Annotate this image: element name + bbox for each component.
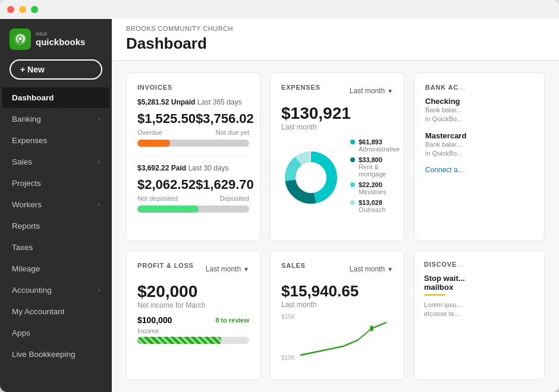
sidebar: intuit quickbooks + New DashboardBanking… [0,19,112,392]
sales-period-label: Last month [281,301,393,309]
sales-header: SALES Last month ▼ [281,262,393,276]
sales-dropdown[interactable]: Last month ▼ [350,265,393,273]
discover-text: Lorem ipsu...etconse te... [424,301,535,319]
profit-loss-dropdown[interactable]: Last month ▼ [206,265,249,273]
invoices-amounts-row: $1,525.50 $3,756.02 [137,111,249,127]
sidebar-item-accounting[interactable]: Accounting› [2,280,109,301]
invoices-unpaid-summary: $5,281.52 Unpaid Last 365 days [137,98,249,106]
sidebar-item-workers[interactable]: Workers› [2,194,109,215]
expenses-header: EXPENSES Last month ▼ [281,84,393,98]
income-progress-bar [137,337,249,344]
income-label: Income [137,327,159,334]
bank-mastercard-detail: Bank balar...in QuickBo... [425,140,533,159]
new-button[interactable]: + New [10,59,102,80]
review-link[interactable]: 8 to review [215,317,249,324]
connect-account-link[interactable]: Connect a... [425,166,533,174]
close-button[interactable] [7,6,14,13]
discover-title: DISCOVE... [424,261,535,268]
overdue-bar [137,140,170,147]
titlebar [0,0,559,19]
income-fill [137,337,221,344]
sidebar-item-apps[interactable]: Apps [2,323,109,343]
invoices-card: INVOICES $5,281.52 Unpaid Last 365 days … [126,72,260,241]
legend-item: $13,028 Outreach [350,199,400,213]
cards-grid: INVOICES $5,281.52 Unpaid Last 365 days … [112,61,559,392]
expenses-dropdown[interactable]: Last month ▼ [350,87,393,95]
sales-card: SALES Last month ▼ $15,940.65 Last month… [270,251,404,380]
bank-checking-name: Checking [425,97,533,106]
bank-checking-detail: Bank balar...in QuickBo... [425,106,533,124]
discover-headline: Stop wait...mailbox [424,274,535,292]
yellow-line [424,294,445,296]
legend-dot [350,140,355,144]
profit-loss-title: PROFIT & LOSS [137,262,194,269]
expenses-body: $61,893 Administrative $33,800 Rent & mo… [281,138,393,217]
expenses-donut [281,148,341,207]
sidebar-logo: intuit quickbooks [0,19,112,57]
invoices-deposited-bar [137,206,249,213]
profit-loss-card: PROFIT & LOSS Last month ▼ $20,000 Net i… [126,251,260,380]
sidebar-item-expenses[interactable]: Expenses [2,130,109,151]
invoices-title: INVOICES [137,84,249,91]
net-income-amount: $20,000 [137,282,249,301]
bank-mastercard-name: Mastercard [425,131,533,140]
svg-point-7 [298,165,324,191]
sidebar-item-my-accountant[interactable]: My Accountant [2,301,109,322]
expenses-title: EXPENSES [281,84,321,91]
discover-card: DISCOVE... Stop wait...mailbox Lorem ips… [414,251,545,380]
not-deposited-bar [137,206,199,213]
expenses-period-label: Last month [281,123,393,131]
invoices-progress-bar [137,140,249,147]
legend-item: $22,200 Ministries [350,181,400,195]
sidebar-item-live-bookkeeping[interactable]: Live Bookkeeping [2,344,109,365]
income-label-row: Income [137,327,249,334]
svg-point-1 [19,37,22,40]
bank-title: BANK AC... [425,84,533,91]
expenses-total: $130,921 [281,104,393,123]
company-name: BROOKS COMMUNITY CHURCH [126,25,545,32]
logo-text: intuit quickbooks [36,31,85,48]
sidebar-item-projects[interactable]: Projects [2,173,109,194]
invoices-paid-summary: $3,692.22 Paid Last 30 days [137,164,249,172]
sidebar-item-reports[interactable]: Reports [2,216,109,236]
sidebar-item-sales[interactable]: Sales› [2,151,109,172]
legend-dot [350,182,355,187]
not-due-amount: $3,756.02 [196,111,254,127]
sales-title: SALES [281,262,306,269]
sales-total: $15,940.65 [281,282,393,301]
sidebar-item-banking[interactable]: Banking› [2,109,109,129]
invoices-paid-amounts-row: $2,062.52 $1,629.70 [137,177,249,192]
expenses-legend: $61,893 Administrative $33,800 Rent & mo… [350,138,400,217]
legend-dot [350,157,355,162]
bank-mastercard: Mastercard Bank balar...in QuickBo... [425,131,533,159]
minimize-button[interactable] [19,6,26,13]
page-title: Dashboard [126,34,545,60]
overdue-amount: $1,525.50 [137,111,196,127]
legend-item: $33,800 Rent & mortgage [350,156,400,178]
main-header: BROOKS COMMUNITY CHURCH Dashboard [112,19,559,61]
sidebar-item-taxes[interactable]: Taxes [2,237,109,258]
sidebar-item-dashboard[interactable]: Dashboard [2,87,109,108]
svg-point-8 [370,325,373,331]
chart-y-labels: $15K $10K [281,314,295,361]
bank-checking: Checking Bank balar...in QuickBo... [425,97,533,124]
net-income-label: Net income for March [137,301,249,309]
maximize-button[interactable] [31,6,38,13]
deposited-amount: $1,629.70 [196,177,254,192]
invoices-labels-row: Overdue Not due yet [137,129,249,136]
main-content: BROOKS COMMUNITY CHURCH Dashboard INVOIC… [112,19,559,392]
nav-list: DashboardBanking›ExpensesSales›ProjectsW… [0,87,112,365]
income-amount: $100,000 [137,315,172,325]
income-row: $100,000 8 to review [137,315,249,325]
sales-chart: $15K $10K [281,314,393,361]
logo-badge [10,29,31,50]
app-body: intuit quickbooks + New DashboardBanking… [0,19,559,392]
app-window: intuit quickbooks + New DashboardBanking… [0,0,559,392]
legend-dot [350,200,355,205]
invoices-paid-labels-row: Not deposited Deposited [137,195,249,202]
not-deposited-amount: $2,062.52 [137,177,196,192]
profit-loss-header: PROFIT & LOSS Last month ▼ [137,262,249,276]
bank-accounts-card: BANK AC... Checking Bank balar...in Quic… [414,72,545,241]
sidebar-item-mileage[interactable]: Mileage [2,258,109,279]
legend-item: $61,893 Administrative [350,138,400,153]
